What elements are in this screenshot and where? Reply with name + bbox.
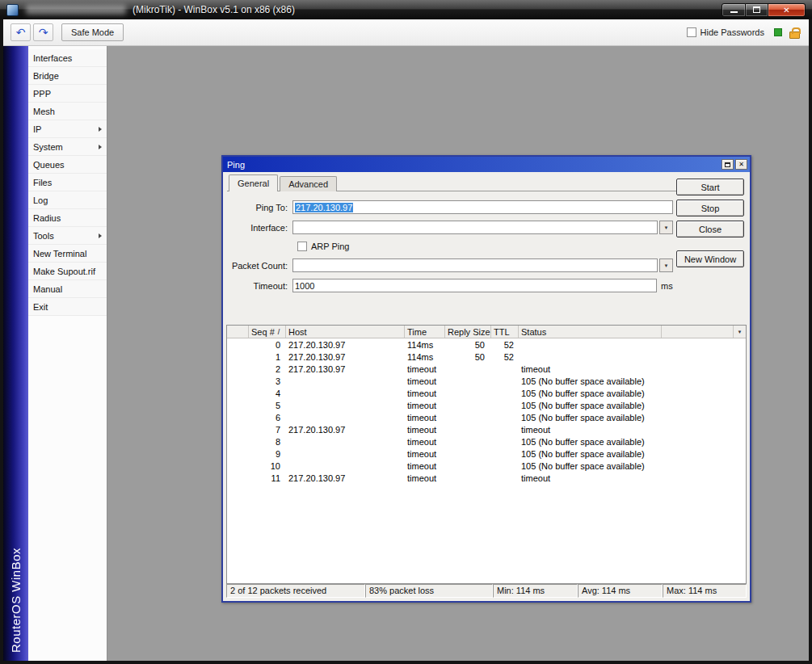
toolbar: ↶ ↷ Safe Mode Hide Passwords (3, 19, 809, 46)
sidebar-item-label: Manual (33, 284, 62, 294)
packet-count-input[interactable] (292, 258, 658, 272)
stop-button[interactable]: Stop (676, 200, 744, 216)
sidebar-item-interfaces[interactable]: Interfaces (28, 49, 107, 67)
header-ttl[interactable]: TTL (491, 326, 519, 338)
table-row[interactable]: 7 217.20.130.97 timeout timeout (227, 423, 746, 435)
header-host[interactable]: Host (286, 326, 405, 338)
ping-to-input[interactable]: 217.20.130.97 (292, 200, 673, 214)
tab-general[interactable]: General (229, 174, 278, 191)
cell-time: 114ms (405, 340, 445, 350)
redo-button[interactable]: ↷ (33, 23, 53, 41)
sidebar-item-queues[interactable]: Queues (28, 156, 107, 174)
cell-host: 217.20.130.97 (286, 340, 405, 350)
table-row[interactable]: 11 217.20.130.97 timeout timeout (227, 472, 746, 484)
timeout-input[interactable]: 1000 (292, 279, 657, 292)
sidebar-item-ip[interactable]: IP (28, 120, 107, 138)
packet-count-dropdown-button[interactable]: ▼ (659, 258, 673, 272)
table-row[interactable]: 1 217.20.130.97 114ms 50 52 (227, 351, 746, 363)
table-row[interactable]: 5 timeout 105 (No buffer space available… (227, 399, 746, 411)
sidebar-item-radius[interactable]: Radius (28, 209, 107, 227)
sidebar-item-label: Log (33, 195, 48, 205)
table-row[interactable]: 0 217.20.130.97 114ms 50 52 (227, 338, 746, 351)
sidebar-item-new-terminal[interactable]: New Terminal (28, 245, 107, 263)
table-row[interactable]: 9 timeout 105 (No buffer space available… (227, 448, 746, 460)
table-header: Seq # / Host Time Reply Size TTL Status (227, 326, 746, 338)
submenu-arrow-icon (99, 127, 102, 132)
submenu-arrow-icon (99, 145, 102, 149)
sidebar-item-ppp[interactable]: PPP (28, 85, 107, 103)
sidebar-item-exit[interactable]: Exit (28, 298, 107, 316)
minimize-button[interactable] (722, 3, 746, 17)
tab-advanced[interactable]: Advanced (280, 176, 337, 191)
ping-dialog-body: General Advanced Ping To: (223, 172, 750, 601)
arp-ping-row: ARP Ping (297, 241, 676, 252)
sidebar-item-files[interactable]: Files (28, 174, 107, 191)
cell-seq: 4 (249, 389, 286, 398)
header-reply-size[interactable]: Reply Size (445, 326, 491, 338)
undo-button[interactable]: ↶ (11, 23, 31, 41)
status-segment: Min: 114 ms (493, 584, 578, 598)
ping-results-table: Seq # / Host Time Reply Size TTL Status (226, 325, 747, 584)
action-button-label: New Window (684, 254, 736, 264)
sidebar-item-log[interactable]: Log (28, 191, 107, 209)
sidebar-item-label: Interfaces (33, 53, 72, 63)
sidebar-item-label: Make Supout.rif (33, 267, 95, 276)
sidebar-item-make-supout-rif[interactable]: Make Supout.rif (28, 263, 107, 280)
sidebar-item-label: Radius (33, 213, 61, 223)
sidebar-item-manual[interactable]: Manual (28, 280, 107, 298)
header-seq[interactable]: Seq # / (249, 326, 286, 338)
sidebar-item-mesh[interactable]: Mesh (28, 103, 107, 120)
timeout-unit: ms (661, 281, 673, 291)
ping-close-button[interactable]: ✕ (735, 159, 747, 170)
table-row[interactable]: 10 timeout 105 (No buffer space availabl… (227, 460, 746, 472)
interface-input[interactable] (292, 221, 658, 234)
table-row[interactable]: 8 timeout 105 (No buffer space available… (227, 435, 746, 448)
sidebar-item-label: Queues (33, 160, 65, 170)
chevron-down-icon: ▼ (664, 263, 669, 268)
interface-dropdown-button[interactable]: ▼ (659, 221, 673, 234)
header-status[interactable]: Status (519, 326, 662, 338)
cell-status: timeout (519, 425, 662, 435)
cell-host: 217.20.130.97 (286, 352, 405, 362)
cell-ttl: 52 (491, 340, 519, 350)
table-row[interactable]: 6 timeout 105 (No buffer space available… (227, 411, 746, 423)
table-row[interactable]: 2 217.20.130.97 timeout timeout (227, 363, 746, 375)
ping-maximize-button[interactable] (722, 159, 734, 170)
cell-reply-size: 50 (445, 340, 491, 350)
close-button[interactable]: Close (676, 221, 744, 237)
column-select-button[interactable]: ▼ (733, 326, 746, 338)
cell-time: timeout (405, 389, 445, 398)
ping-dialog-titlebar[interactable]: Ping ✕ (223, 157, 750, 172)
sidebar-item-bridge[interactable]: Bridge (28, 67, 107, 85)
cell-status: 105 (No buffer space available) (519, 437, 662, 447)
packet-count-label: Packet Count: (227, 261, 292, 271)
connection-status-indicator (774, 28, 782, 36)
arp-ping-checkbox[interactable] (297, 242, 307, 251)
sidebar-item-label: PPP (33, 89, 51, 99)
header-time[interactable]: Time (405, 326, 445, 338)
interface-label: Interface: (227, 223, 292, 233)
cell-status: timeout (519, 473, 662, 483)
hide-passwords-label: Hide Passwords (701, 27, 764, 37)
safe-mode-label: Safe Mode (71, 27, 114, 37)
maximize-button[interactable] (746, 3, 768, 17)
ping-to-label: Ping To: (227, 203, 292, 212)
header-blank[interactable] (227, 326, 249, 338)
cell-host: 217.20.130.97 (286, 364, 405, 374)
table-row[interactable]: 3 timeout 105 (No buffer space available… (227, 375, 746, 387)
close-button[interactable]: ✕ (768, 3, 806, 17)
sidebar-item-system[interactable]: System (28, 138, 107, 156)
safe-mode-button[interactable]: Safe Mode (61, 23, 124, 41)
arp-ping-label: ARP Ping (311, 242, 350, 251)
new-window-button[interactable]: New Window (676, 250, 744, 267)
status-segment: 83% packet loss (365, 584, 493, 598)
chevron-down-icon: ▼ (664, 225, 669, 230)
sidebar-item-label: IP (33, 124, 41, 134)
cell-seq: 10 (249, 461, 286, 471)
close-icon: ✕ (783, 6, 789, 15)
table-row[interactable]: 4 timeout 105 (No buffer space available… (227, 387, 746, 399)
hide-passwords-checkbox[interactable] (687, 27, 696, 37)
tab-general-label: General (238, 179, 269, 188)
ping-dialog-title: Ping (227, 160, 245, 170)
sidebar-item-tools[interactable]: Tools (28, 227, 107, 245)
